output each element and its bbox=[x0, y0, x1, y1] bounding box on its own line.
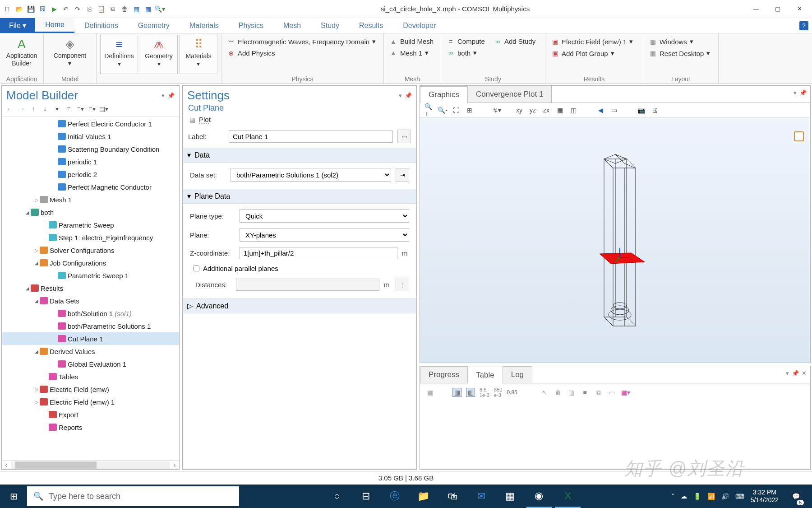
tree-node[interactable]: Scattering Boundary Condition bbox=[2, 143, 179, 155]
buildall-icon[interactable]: ▦ bbox=[143, 4, 153, 14]
copy-icon[interactable]: ⧉ bbox=[594, 388, 603, 397]
compute-button[interactable]: =Compute bbox=[445, 37, 490, 46]
help-button[interactable]: ? bbox=[799, 21, 808, 30]
zoom-out-icon[interactable]: 🔍- bbox=[438, 106, 447, 115]
minimize-button[interactable]: — bbox=[745, 2, 767, 16]
up-icon[interactable]: ↑ bbox=[29, 104, 38, 113]
tab-study[interactable]: Study bbox=[311, 18, 349, 33]
mail-icon[interactable]: ✉ bbox=[469, 485, 494, 508]
panel-menu-icon[interactable]: ▾ bbox=[399, 92, 402, 99]
run-icon[interactable]: ▶ bbox=[49, 4, 60, 14]
data-section-header[interactable]: ▾Data bbox=[183, 148, 416, 163]
cortana-icon[interactable]: ○ bbox=[324, 485, 350, 508]
pin-icon[interactable]: 📌 bbox=[167, 92, 175, 99]
excel-icon[interactable]: X bbox=[555, 485, 581, 508]
component-button[interactable]: ◈ Component▾ bbox=[47, 35, 92, 74]
tab-convergence[interactable]: Convergence Plot 1 bbox=[467, 86, 552, 103]
pin-icon[interactable]: 📌 bbox=[405, 92, 412, 99]
new-table-icon[interactable]: ▦ bbox=[425, 388, 434, 397]
tab-definitions[interactable]: Definitions bbox=[74, 18, 128, 33]
horizontal-scrollbar[interactable]: ‹› bbox=[2, 460, 179, 469]
tree-node[interactable]: periodic 1 bbox=[2, 155, 179, 168]
add-physics-button[interactable]: ⊕Add Physics bbox=[225, 48, 378, 58]
tab-table[interactable]: Table bbox=[467, 367, 503, 383]
add-study-button[interactable]: ∞Add Study bbox=[492, 37, 541, 46]
tab-graphics[interactable]: Graphics bbox=[420, 86, 468, 103]
tree-node[interactable]: Parametric Sweep 1 bbox=[2, 269, 179, 282]
dataset-goto-button[interactable]: ⇥ bbox=[396, 168, 409, 182]
fill-icon[interactable]: ■ bbox=[581, 388, 590, 397]
panel-menu-icon[interactable]: ▾ bbox=[786, 370, 789, 379]
definitions-button[interactable]: ≡ Definitions▾ bbox=[100, 35, 138, 74]
both-dropdown[interactable]: ∞both ▾ bbox=[445, 48, 490, 58]
tab-geometry[interactable]: Geometry bbox=[128, 18, 180, 33]
tree-node[interactable]: Parametric Sweep bbox=[2, 219, 179, 231]
tree-node[interactable]: Global Evaluation 1 bbox=[2, 358, 179, 370]
duplicate-icon[interactable]: ⧉ bbox=[107, 4, 118, 14]
build-icon[interactable]: ▦ bbox=[131, 4, 142, 14]
clipboard-icon[interactable]: ▭ bbox=[609, 106, 618, 115]
showhide-icon[interactable]: ▾ bbox=[52, 104, 61, 113]
snapshot-icon[interactable]: 📷 bbox=[637, 106, 646, 115]
tree-node[interactable]: Cut Plane 1 bbox=[2, 332, 179, 345]
tray-chevron-icon[interactable]: ˄ bbox=[671, 493, 674, 500]
tree-node[interactable]: Reports bbox=[2, 421, 179, 433]
play-icon[interactable]: ◀ bbox=[596, 106, 605, 115]
collapse-icon[interactable]: ≡ bbox=[64, 104, 73, 113]
plot-action[interactable]: ▦ Plot bbox=[183, 115, 416, 127]
geometry-button[interactable]: ⩕ Geometry▾ bbox=[140, 35, 178, 74]
forward-icon[interactable]: → bbox=[17, 104, 26, 113]
axis-icon[interactable]: ↯▾ bbox=[492, 106, 501, 115]
tree-node[interactable]: ▷Electric Field (emw) 1 bbox=[2, 396, 179, 408]
plane-select[interactable]: XY-planes bbox=[240, 228, 409, 242]
paste-icon[interactable]: 📋 bbox=[96, 4, 106, 14]
store-icon[interactable]: 🛍 bbox=[440, 485, 465, 508]
precision-auto-icon[interactable]: ▥ bbox=[466, 388, 475, 397]
planetype-select[interactable]: Quick bbox=[240, 209, 409, 223]
find-icon[interactable]: 🔍▾ bbox=[154, 4, 165, 14]
tab-home[interactable]: Home bbox=[35, 18, 74, 33]
yz-view-icon[interactable]: yz bbox=[528, 106, 537, 115]
tree-icon[interactable]: ▤▾ bbox=[99, 104, 108, 113]
new-icon[interactable]: 🗋 bbox=[2, 4, 13, 14]
zoom-in-icon[interactable]: 🔍+ bbox=[424, 106, 434, 115]
tab-mesh[interactable]: Mesh bbox=[273, 18, 311, 33]
materials-button[interactable]: ⠿ Materials▾ bbox=[180, 35, 217, 74]
app-builder-button[interactable]: A Application Builder bbox=[4, 35, 40, 74]
grid-icon[interactable]: ▦ bbox=[555, 106, 564, 115]
additional-planes-checkbox[interactable] bbox=[194, 266, 199, 271]
plane-data-section-header[interactable]: ▾Plane Data bbox=[183, 189, 416, 204]
tree-node[interactable]: Export bbox=[2, 408, 179, 421]
zx-view-icon[interactable]: zx bbox=[542, 106, 551, 115]
tab-physics[interactable]: Physics bbox=[229, 18, 273, 33]
onedrive-icon[interactable]: ☁ bbox=[681, 493, 687, 500]
graphics-canvas[interactable] bbox=[420, 118, 810, 363]
perspective-icon[interactable]: ◫ bbox=[569, 106, 578, 115]
wifi-icon[interactable]: 📶 bbox=[707, 493, 715, 500]
task-view-icon[interactable]: ⊟ bbox=[353, 485, 378, 508]
copy-icon[interactable]: ⎘ bbox=[84, 4, 95, 14]
mesh1-dropdown[interactable]: ▲Mesh 1 ▾ bbox=[388, 48, 437, 58]
open-icon[interactable]: 📂 bbox=[14, 4, 24, 14]
down-icon[interactable]: ↓ bbox=[41, 104, 50, 113]
tree-node[interactable]: ◢Results bbox=[2, 282, 179, 294]
maximize-button[interactable]: ▢ bbox=[767, 2, 789, 16]
list-icon[interactable]: ≡▾ bbox=[88, 104, 97, 113]
advanced-section-header[interactable]: ▷Advanced bbox=[183, 298, 416, 313]
efield-dropdown[interactable]: ▣Electric Field (emw) 1 ▾ bbox=[549, 37, 639, 47]
pin-icon[interactable]: 📌 bbox=[792, 370, 799, 379]
emw-dropdown[interactable]: 〰Electromagnetic Waves, Frequency Domain… bbox=[225, 37, 378, 47]
app1-icon[interactable]: ▦ bbox=[498, 485, 523, 508]
chart-icon[interactable]: ▥ bbox=[567, 388, 576, 397]
tree-node[interactable]: Initial Values 1 bbox=[2, 130, 179, 143]
tab-materials[interactable]: Materials bbox=[180, 18, 229, 33]
zcoord-input[interactable] bbox=[240, 247, 397, 259]
tree-node[interactable]: ▷Solver Configurations bbox=[2, 244, 179, 256]
saveas-icon[interactable]: 🖫 bbox=[37, 4, 48, 14]
label-input[interactable] bbox=[229, 130, 393, 143]
tree-node[interactable]: ◢Job Configurations bbox=[2, 256, 179, 269]
add-plot-group-button[interactable]: ▣Add Plot Group ▾ bbox=[549, 48, 639, 58]
print-icon[interactable]: 🖨 bbox=[650, 106, 659, 115]
undo-icon[interactable]: ↶ bbox=[60, 4, 71, 14]
edge-icon[interactable]: ⓔ bbox=[382, 485, 407, 508]
